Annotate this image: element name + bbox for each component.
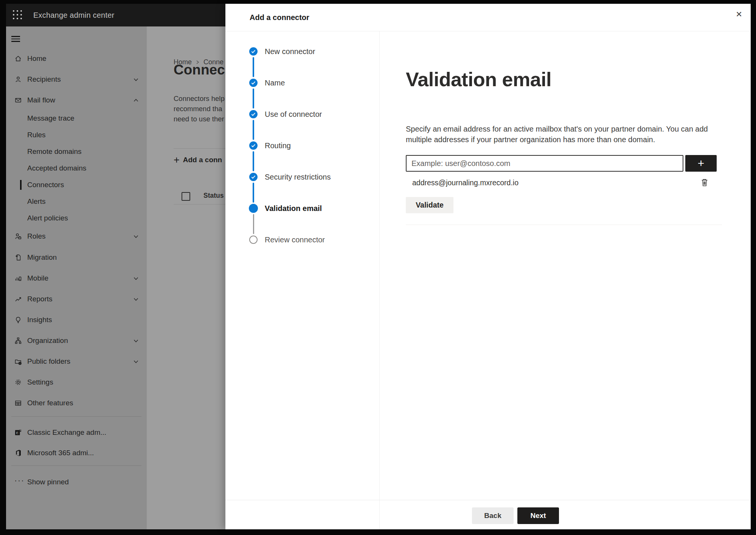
plus-icon: + <box>174 155 180 164</box>
sidebar-item-reports[interactable]: Reports <box>6 292 147 306</box>
sidebar-divider <box>11 416 141 417</box>
sidebar-item-label: Rules <box>27 131 46 139</box>
sidebar-item-home[interactable]: Home <box>6 52 147 65</box>
step-description: Specify an email address for an active m… <box>406 124 708 145</box>
microsoft365-logo-icon <box>14 449 22 457</box>
back-button[interactable]: Back <box>472 507 514 524</box>
chevron-down-icon <box>133 77 139 82</box>
step-current-icon <box>249 204 258 213</box>
chevron-down-icon <box>133 234 139 239</box>
sidebar-item-organization[interactable]: Organization <box>6 334 147 347</box>
chevron-down-icon <box>133 359 139 364</box>
sidebar-item-label: Roles <box>27 232 46 240</box>
wizard-steps: New connector Name Use of connector Rout… <box>225 31 380 529</box>
sidebar-item-connectors[interactable]: Connectors <box>6 178 147 192</box>
sidebar-item-label: Alert policies <box>27 214 68 222</box>
sidebar-item-label: Alerts <box>27 197 46 206</box>
sidebar-item-label: Mail flow <box>27 96 55 104</box>
chevron-down-icon <box>133 296 139 302</box>
step-connector-line <box>253 151 254 171</box>
chevron-down-icon <box>133 276 139 281</box>
select-all-checkbox[interactable] <box>182 192 190 201</box>
sidebar-item-label: Recipients <box>27 75 61 84</box>
mobile-icon <box>14 274 22 282</box>
sidebar-item-label: Settings <box>27 378 53 386</box>
wizard-step-content: Validation email Specify an email addres… <box>380 31 751 529</box>
step-connector-line <box>253 57 254 77</box>
page-title: Connec <box>174 62 225 78</box>
dialog-footer-divider <box>225 500 751 500</box>
validation-email-input[interactable] <box>406 155 683 172</box>
sidebar-item-label: Message trace <box>27 114 75 123</box>
mail-icon <box>14 96 22 104</box>
delete-address-icon[interactable] <box>700 178 709 188</box>
dialog-header: Add a connector ✕ <box>225 4 751 31</box>
sidebar-divider <box>11 465 141 466</box>
migration-icon <box>14 254 22 261</box>
add-connector-button[interactable]: + Add a conn <box>174 155 222 164</box>
app-launcher-icon[interactable] <box>12 9 23 21</box>
svg-text:E: E <box>16 431 19 435</box>
sidebar-item-label: Remote domains <box>27 147 82 156</box>
dialog-title: Add a connector <box>250 4 309 31</box>
chevron-down-icon <box>133 338 139 344</box>
sidebar-item-alert-policies[interactable]: Alert policies <box>6 211 147 225</box>
sidebar-item-settings[interactable]: Settings <box>6 375 147 389</box>
left-navigation: Home Recipients Mail flow Message trace … <box>6 26 147 529</box>
step-connector-line <box>253 88 254 109</box>
sidebar-item-remote-domains[interactable]: Remote domains <box>6 145 147 158</box>
checkmark-icon <box>249 47 258 56</box>
page-intro-text: Connectors help recommend tha need to us… <box>174 93 225 124</box>
sidebar-item-insights[interactable]: Insights <box>6 313 147 327</box>
step-connector-line <box>253 214 254 234</box>
address-list-divider <box>406 225 722 225</box>
sidebar-item-label: Classic Exchange adm... <box>27 428 106 437</box>
add-connector-dialog: Add a connector ✕ New connector Name <box>225 4 751 529</box>
add-address-button[interactable]: + <box>685 155 717 172</box>
lightbulb-icon <box>14 316 22 324</box>
sidebar-item-migration[interactable]: Migration <box>6 251 147 264</box>
step-connector-line <box>253 183 254 203</box>
sidebar-item-label: Organization <box>27 337 68 345</box>
sidebar-item-label: Other features <box>27 399 73 407</box>
sidebar-item-show-pinned[interactable]: ··· Show pinned <box>6 475 147 489</box>
sidebar-item-message-trace[interactable]: Message trace <box>6 112 147 125</box>
sidebar-item-rules[interactable]: Rules <box>6 128 147 142</box>
sidebar-item-alerts[interactable]: Alerts <box>6 195 147 208</box>
ellipsis-icon: ··· <box>14 478 22 486</box>
sidebar-item-label: Accepted domains <box>27 164 86 172</box>
sidebar-item-label: Migration <box>27 253 57 262</box>
sidebar-item-mail-flow[interactable]: Mail flow <box>6 93 147 107</box>
sidebar-item-recipients[interactable]: Recipients <box>6 73 147 86</box>
sidebar-item-label: Home <box>27 54 47 63</box>
step-connector-line <box>253 120 254 140</box>
sidebar-item-label: Connectors <box>27 181 64 189</box>
sidebar-item-public-folders[interactable]: Public folders <box>6 355 147 368</box>
step-upcoming-icon <box>249 236 258 244</box>
app-title: Exchange admin center <box>33 11 114 20</box>
person-icon <box>14 76 22 83</box>
sidebar-item-roles[interactable]: Roles <box>6 230 147 243</box>
sidebar-item-other-features[interactable]: Other features <box>6 396 147 410</box>
sidebar-item-microsoft-365-admin[interactable]: Microsoft 365 admi... <box>6 446 147 460</box>
sidebar-item-label: Mobile <box>27 274 48 282</box>
checkmark-icon <box>249 173 258 181</box>
validate-button[interactable]: Validate <box>406 197 453 213</box>
sidebar-item-label: Reports <box>27 295 53 303</box>
sidebar-item-accepted-domains[interactable]: Accepted domains <box>6 161 147 175</box>
checkmark-icon <box>249 79 258 87</box>
checkmark-icon <box>249 110 258 118</box>
sidebar-item-mobile[interactable]: Mobile <box>6 271 147 285</box>
gear-icon <box>14 378 22 386</box>
checkmark-icon <box>249 141 258 150</box>
next-button[interactable]: Next <box>517 507 559 524</box>
close-icon[interactable]: ✕ <box>733 9 745 20</box>
grid-table-icon <box>14 399 22 407</box>
hamburger-menu-icon[interactable] <box>11 34 23 44</box>
sidebar-item-label: Microsoft 365 admi... <box>27 449 94 457</box>
sidebar-item-classic-exchange-admin[interactable]: E Classic Exchange adm... <box>6 426 147 439</box>
status-column-header[interactable]: Status <box>203 192 224 200</box>
folder-globe-icon <box>14 358 22 365</box>
address-value: address@journaling.mxrecord.io <box>412 175 518 190</box>
reports-icon <box>14 295 22 303</box>
